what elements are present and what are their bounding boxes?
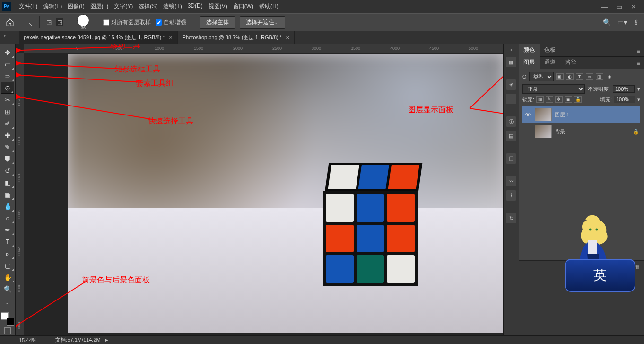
- rectangle-tool[interactable]: ▢: [1, 259, 14, 271]
- channels-tab[interactable]: 通道: [540, 56, 560, 69]
- paths-tab[interactable]: 路径: [560, 56, 581, 69]
- layers-tab[interactable]: 图层: [519, 56, 540, 69]
- document-tab[interactable]: Photoshop.png @ 88.7% (图层 1, RGB/8) *✕: [178, 31, 295, 44]
- filter-adjust-icon[interactable]: ◐: [566, 73, 574, 80]
- menu-item[interactable]: 图像(I): [65, 0, 87, 12]
- brush-preview-icon[interactable]: [77, 14, 89, 26]
- libraries-icon[interactable]: ▦: [506, 57, 516, 67]
- brush-tool[interactable]: ✎: [1, 141, 14, 153]
- filter-shape-icon[interactable]: ▱: [586, 73, 593, 80]
- eraser-tool[interactable]: ◧: [1, 176, 14, 188]
- maximize-icon[interactable]: ▭: [616, 3, 622, 10]
- close-tab-icon[interactable]: ✕: [286, 35, 289, 40]
- layer-row[interactable]: 👁图层 1: [522, 106, 640, 123]
- document-info[interactable]: 文档:57.1M/114.2M: [55, 336, 100, 344]
- menu-item[interactable]: 文件(F): [16, 0, 40, 12]
- brushes-icon[interactable]: 〰: [506, 176, 516, 186]
- layers-footer-icon[interactable]: 🗑: [635, 264, 640, 270]
- layer-thumbnail[interactable]: [535, 125, 552, 138]
- search-icon[interactable]: 🔍: [603, 18, 611, 26]
- info-icon[interactable]: ⓘ: [506, 116, 516, 127]
- select-subject-button[interactable]: 选择主体: [200, 16, 235, 29]
- swatches-tab[interactable]: 色板: [540, 44, 560, 56]
- color-tab[interactable]: 颜色: [519, 44, 540, 56]
- menu-item[interactable]: 3D(D): [185, 0, 206, 12]
- lock-pixels-icon[interactable]: ✎: [546, 96, 553, 103]
- zoom-tool[interactable]: 🔍: [1, 283, 14, 295]
- visibility-toggle-icon[interactable]: 👁: [523, 112, 532, 117]
- selection-subtract-icon[interactable]: ◲: [56, 18, 63, 26]
- select-and-mask-button[interactable]: 选择并遮住...: [240, 16, 285, 29]
- menu-item[interactable]: 选择(S): [136, 0, 160, 12]
- lasso-tool[interactable]: ⊃: [1, 70, 14, 82]
- marquee-tool[interactable]: ▭: [1, 58, 14, 70]
- history-icon[interactable]: ↻: [506, 213, 516, 223]
- blur-tool[interactable]: 💧: [1, 200, 14, 212]
- sample-all-layers-checkbox[interactable]: 对所有图层取样: [103, 18, 151, 26]
- close-tab-icon[interactable]: ✕: [169, 35, 173, 40]
- filter-smart-icon[interactable]: ◫: [596, 73, 603, 80]
- adjustments-icon[interactable]: ☀: [506, 79, 516, 90]
- share-icon[interactable]: ⇪: [634, 18, 639, 26]
- lock-artboard-icon[interactable]: ▣: [565, 96, 572, 103]
- hand-tool[interactable]: ✋: [1, 271, 14, 283]
- lock-transparent-icon[interactable]: ▩: [536, 96, 544, 103]
- filter-toggle-icon[interactable]: ◉: [606, 73, 613, 80]
- menu-item[interactable]: 视图(V): [206, 0, 230, 12]
- status-chevron-icon[interactable]: ▸: [105, 337, 108, 343]
- clone-stamp-tool[interactable]: ⛊: [1, 153, 14, 165]
- history-brush-tool[interactable]: ↺: [1, 165, 14, 176]
- healing-tool[interactable]: ✚: [1, 129, 14, 141]
- lock-all-icon[interactable]: 🔒: [574, 96, 582, 103]
- layers-panel-menu-icon[interactable]: ≡: [633, 58, 644, 69]
- layer-name[interactable]: 背景: [555, 128, 630, 135]
- edit-toolbar-icon[interactable]: ⋯: [1, 298, 14, 309]
- menu-item[interactable]: 滤镜(T): [160, 0, 184, 12]
- type-tool[interactable]: T: [1, 236, 14, 247]
- expand-panels-icon[interactable]: ⏴: [509, 47, 513, 53]
- foreground-background-swatch[interactable]: [1, 312, 14, 326]
- home-icon[interactable]: [5, 17, 15, 27]
- layer-kind-select[interactable]: 类型: [529, 72, 554, 81]
- auto-enhance-checkbox[interactable]: 自动增强: [156, 18, 186, 26]
- background-color[interactable]: [7, 318, 14, 326]
- blend-mode-select[interactable]: 正常: [522, 84, 585, 94]
- eyedropper-tool[interactable]: ✐: [1, 117, 14, 129]
- lock-position-icon[interactable]: ✥: [555, 96, 563, 103]
- dodge-tool[interactable]: ○: [1, 212, 14, 224]
- fill-input[interactable]: 100%: [614, 96, 635, 103]
- canvas[interactable]: [68, 54, 503, 333]
- menu-item[interactable]: 窗口(W): [230, 0, 256, 12]
- frame-tool[interactable]: ⊞: [1, 106, 14, 117]
- panel-menu-icon[interactable]: ≡: [633, 46, 644, 56]
- styles-icon[interactable]: ≡: [506, 94, 516, 104]
- tool-preset-icon[interactable]: ⸜: [29, 18, 33, 26]
- quick-selection-tool[interactable]: ⊙: [1, 82, 14, 94]
- menu-item[interactable]: 帮助(H): [256, 0, 281, 12]
- workspace-icon[interactable]: ▭▾: [618, 18, 627, 26]
- brush-settings-icon[interactable]: ⌇: [506, 190, 516, 201]
- gradient-tool[interactable]: ▦: [1, 188, 14, 200]
- menu-item[interactable]: 文字(Y): [111, 0, 136, 12]
- character-icon[interactable]: 目: [506, 153, 516, 164]
- fill-chevron-icon[interactable]: ▾: [637, 97, 640, 103]
- selection-add-icon[interactable]: ◳: [46, 19, 52, 26]
- pen-tool[interactable]: ✒: [1, 224, 14, 236]
- opacity-chevron-icon[interactable]: ▾: [637, 86, 640, 92]
- filter-type-icon[interactable]: T: [576, 73, 583, 80]
- layer-thumbnail[interactable]: [535, 108, 552, 121]
- menu-item[interactable]: 编辑(E): [40, 0, 65, 12]
- zoom-level[interactable]: 15.44%: [19, 337, 36, 343]
- close-icon[interactable]: ✕: [631, 3, 636, 10]
- layer-row[interactable]: 背景🔒: [522, 123, 640, 140]
- move-tool[interactable]: ✥: [1, 46, 14, 58]
- minimize-icon[interactable]: ―: [601, 3, 608, 10]
- path-selection-tool[interactable]: ▹: [1, 247, 14, 259]
- collapse-toolbar-icon[interactable]: ⏵: [3, 33, 10, 39]
- quickmask-toggle[interactable]: [4, 327, 11, 334]
- crop-tool[interactable]: ✂: [1, 94, 14, 106]
- menu-item[interactable]: 图层(L): [87, 0, 112, 12]
- document-tab[interactable]: pexels-negative-space-34591.jpg @ 15.4% …: [19, 31, 178, 44]
- properties-icon[interactable]: ▤: [506, 131, 516, 141]
- opacity-input[interactable]: 100%: [613, 85, 635, 93]
